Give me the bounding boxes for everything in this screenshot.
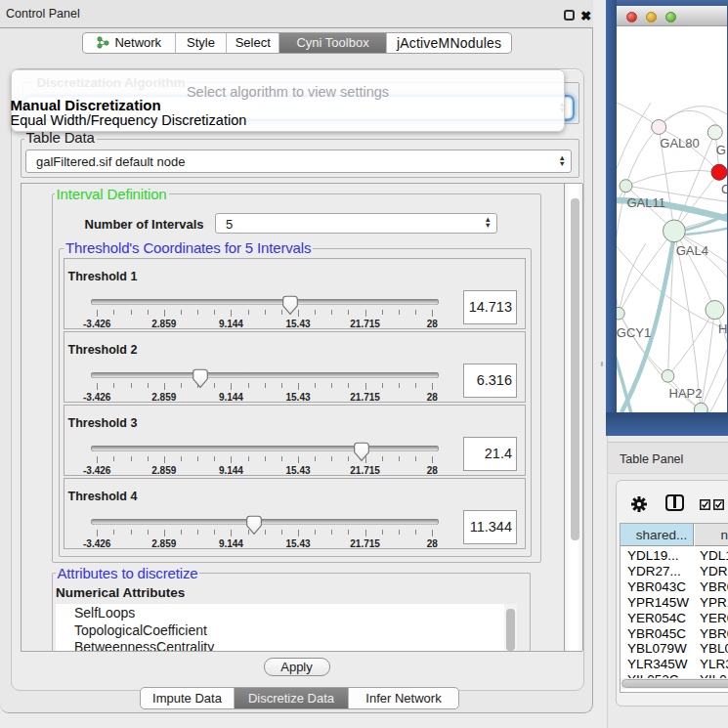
- svg-text:H: H: [718, 321, 727, 336]
- svg-text:G.: G.: [716, 143, 727, 157]
- svg-text:C: C: [721, 182, 727, 196]
- svg-text:GAL80: GAL80: [660, 136, 699, 150]
- svg-text:GCY1: GCY1: [617, 325, 651, 340]
- svg-text:GAL11: GAL11: [627, 195, 666, 210]
- svg-text:HAP2: HAP2: [669, 386, 703, 401]
- svg-text:GAL4: GAL4: [676, 243, 708, 258]
